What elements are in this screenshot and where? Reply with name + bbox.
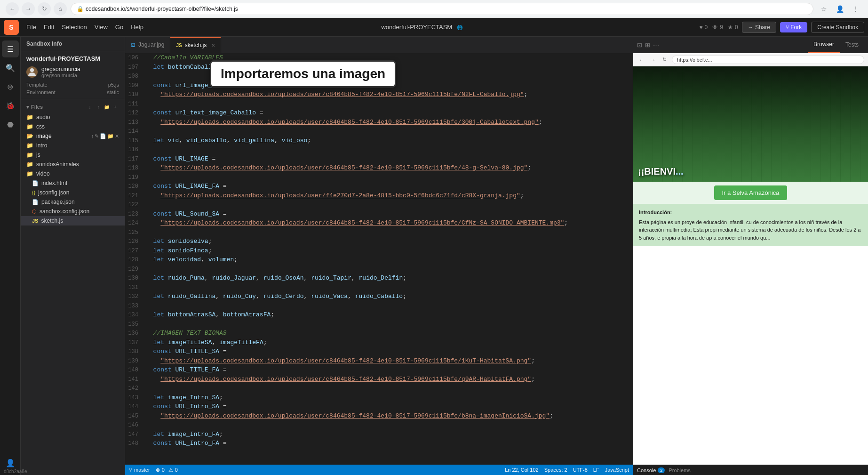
forward-button[interactable]: → bbox=[22, 2, 35, 16]
file-panel-title: Sandbox Info bbox=[26, 40, 62, 47]
menu-file[interactable]: File bbox=[23, 22, 40, 32]
status-spaces[interactable]: Spaces: 2 bbox=[544, 467, 567, 473]
line-content-131 bbox=[146, 283, 633, 292]
file-package-json[interactable]: 📄 package.json bbox=[21, 197, 125, 207]
fork-button[interactable]: ⑂ Fork bbox=[780, 22, 807, 32]
new-file-in-folder-icon[interactable]: 📄 bbox=[100, 133, 106, 139]
profile-button[interactable]: 👤 bbox=[833, 2, 846, 16]
folder-name: audio bbox=[36, 114, 50, 121]
sidebar-icon-git[interactable]: ⊛ bbox=[2, 78, 19, 95]
sidebar-icon-extensions[interactable]: ⬣ bbox=[2, 116, 19, 133]
create-sandbox-button[interactable]: Create Sandbox bbox=[811, 22, 864, 33]
file-jsconfig-json[interactable]: {} jsconfig.json bbox=[21, 188, 125, 197]
upload-icon[interactable]: ↑ bbox=[91, 133, 94, 139]
codesandbox-logo[interactable]: S bbox=[4, 20, 19, 35]
url-text: codesandbox.io/s/wonderful-proyectasm-ol… bbox=[86, 6, 238, 12]
line-content-133 bbox=[146, 301, 633, 311]
commit-hash: d8cb2aa8e bbox=[4, 469, 27, 474]
line-number-117: 117 bbox=[125, 155, 146, 163]
line-number-141: 141 bbox=[125, 375, 146, 384]
file-sandbox-config[interactable]: ⬡ sandbox.config.json bbox=[21, 207, 125, 216]
menu-help[interactable]: Help bbox=[127, 22, 147, 32]
eye-number: 9 bbox=[720, 24, 723, 31]
preview-forward-button[interactable]: → bbox=[648, 55, 658, 64]
tab-close-button[interactable]: ✕ bbox=[211, 43, 215, 48]
menu-button[interactable]: ⋮ bbox=[849, 2, 862, 16]
code-line-133: 133 bbox=[125, 301, 633, 311]
sidebar-icon-explorer[interactable]: ☰ bbox=[2, 40, 19, 57]
url-bar[interactable]: 🔒 codesandbox.io/s/wonderful-proyectasm-… bbox=[71, 3, 813, 15]
code-line-137: 137 let imageTitleSA, imageTitleFA; bbox=[125, 338, 633, 347]
preview-reload-button[interactable]: ↻ bbox=[660, 55, 669, 64]
code-line-120: 120 const URL_IMAGE_FA = bbox=[125, 182, 633, 191]
line-number-148: 148 bbox=[125, 439, 146, 448]
sort-desc-icon[interactable]: ↓ bbox=[86, 103, 94, 111]
right-panel-tabs-container: Browser Tests bbox=[808, 37, 864, 53]
line-number-138: 138 bbox=[125, 347, 146, 356]
status-errors[interactable]: ⊗ 0 ⚠ 0 bbox=[156, 467, 178, 473]
username-display: gregson.murcia bbox=[41, 66, 80, 72]
problems-tab[interactable]: Problems bbox=[669, 467, 690, 473]
status-lf[interactable]: LF bbox=[593, 467, 599, 473]
menu-selection[interactable]: Selection bbox=[58, 22, 90, 32]
sandbox-file-icon: ⬡ bbox=[32, 209, 37, 215]
code-editor[interactable]: 106 //Caballo VARIABLES 107 let bottomCa… bbox=[125, 53, 633, 448]
folder-image-actions: ↑ ✎ 📄 📁 ✕ bbox=[91, 133, 119, 139]
extensions-button[interactable]: ☆ bbox=[817, 2, 830, 16]
split-editor-icon[interactable]: ⊡ bbox=[637, 41, 642, 48]
preview-url-bar: ← → ↻ https://olbef.c... bbox=[633, 53, 868, 66]
file-index-html[interactable]: 📄 index.html bbox=[21, 178, 125, 188]
back-button[interactable]: ← bbox=[6, 2, 19, 16]
error-count: 0 bbox=[162, 467, 165, 473]
preview-amazon-button[interactable]: Ir a Selva Amazónica bbox=[714, 185, 787, 200]
preview-url-input[interactable]: https://olbef.c... bbox=[672, 56, 864, 64]
code-line-129: 129 bbox=[125, 265, 633, 274]
folder-sonidos-animales[interactable]: 📁 sonidosAnimales bbox=[21, 160, 125, 169]
new-file-icon[interactable]: + bbox=[111, 103, 119, 111]
line-number-111: 111 bbox=[125, 100, 146, 108]
status-branch[interactable]: ⑂ master bbox=[129, 467, 150, 473]
tab-tests[interactable]: Tests bbox=[840, 37, 864, 53]
delete-folder-icon[interactable]: ✕ bbox=[115, 133, 119, 139]
folder-audio[interactable]: 📁 audio bbox=[21, 113, 125, 122]
tab-browser[interactable]: Browser bbox=[808, 37, 840, 53]
folder-name: intro bbox=[36, 142, 47, 149]
line-number-133: 133 bbox=[125, 302, 146, 310]
preview-back-button[interactable]: ← bbox=[637, 55, 646, 64]
folder-image[interactable]: 📂 image ↑ ✎ 📄 📁 ✕ bbox=[21, 131, 125, 141]
code-line-139: 139 "https://uploads.codesandbox.io/uplo… bbox=[125, 356, 633, 366]
tab-jaguar-jpg[interactable]: 🖼 Jaguar.jpg bbox=[125, 37, 170, 53]
code-line-125: 125 bbox=[125, 228, 633, 237]
sidebar-icon-debug[interactable]: 🐞 bbox=[2, 97, 19, 114]
more-options-icon[interactable]: ⋯ bbox=[653, 41, 659, 48]
new-folder-icon[interactable]: 📁 bbox=[103, 103, 111, 111]
file-name: package.json bbox=[41, 199, 75, 205]
folder-js[interactable]: 📁 js bbox=[21, 150, 125, 160]
reload-button[interactable]: ↻ bbox=[38, 2, 51, 16]
folder-css[interactable]: 📁 css bbox=[21, 122, 125, 131]
split-vertical-icon[interactable]: ⊞ bbox=[645, 41, 650, 48]
menu-view[interactable]: View bbox=[91, 22, 111, 32]
line-number-140: 140 bbox=[125, 366, 146, 374]
folder-intro[interactable]: 📁 intro bbox=[21, 141, 125, 150]
menu-edit[interactable]: Edit bbox=[40, 22, 58, 32]
sort-asc-icon[interactable]: ↑ bbox=[95, 103, 102, 111]
files-section-header[interactable]: ▾ Files ↓ ↑ 📁 + bbox=[21, 101, 125, 113]
tab-sketch-js[interactable]: JS sketch.js ✕ bbox=[170, 37, 221, 53]
status-language[interactable]: JavaScript bbox=[605, 467, 629, 473]
sidebar-icon-search[interactable]: 🔍 bbox=[2, 59, 19, 76]
menu-go[interactable]: Go bbox=[111, 22, 127, 32]
code-editor-wrapper[interactable]: Importaremos una imagen 106 //Caballo VA… bbox=[125, 53, 633, 465]
status-encoding[interactable]: UTF-8 bbox=[573, 467, 588, 473]
file-sketch-js[interactable]: JS sketch.js bbox=[21, 216, 125, 225]
console-tab[interactable]: Console 2 bbox=[637, 467, 665, 473]
edit-icon[interactable]: ✎ bbox=[95, 133, 99, 139]
new-folder-in-folder-icon[interactable]: 📁 bbox=[107, 133, 114, 139]
share-button[interactable]: → Share bbox=[742, 22, 776, 33]
home-button[interactable]: ⌂ bbox=[54, 2, 67, 16]
environment-meta: Environment bbox=[26, 89, 56, 95]
code-line-136: 136 //IMAGEN TEXT BIOMAS bbox=[125, 329, 633, 338]
status-ln-col[interactable]: Ln 22, Col 102 bbox=[505, 467, 539, 473]
line-content-143: let image_Intro_SA; bbox=[146, 393, 633, 403]
folder-video[interactable]: 📁 video bbox=[21, 169, 125, 178]
